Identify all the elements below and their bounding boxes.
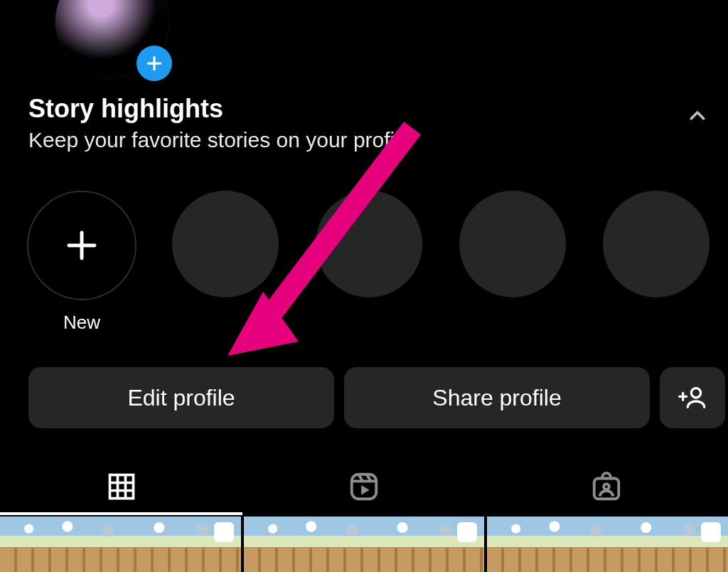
highlight-placeholder [459, 191, 566, 297]
svg-rect-1 [109, 475, 133, 499]
active-tab-indicator [0, 512, 242, 515]
chevron-up-icon [687, 105, 708, 127]
discover-people-button[interactable] [660, 367, 725, 428]
highlight-placeholder [603, 191, 710, 297]
edit-profile-button[interactable]: Edit profile [28, 367, 334, 428]
plus-icon [63, 226, 101, 265]
tab-tagged[interactable] [486, 461, 728, 512]
tagged-icon [590, 470, 623, 503]
highlights-subtitle: Keep your favorite stories on your profi… [28, 128, 412, 152]
post-thumbnail[interactable] [244, 517, 485, 572]
multi-photo-icon [701, 522, 721, 542]
highlights-title: Story highlights [28, 94, 223, 124]
highlight-placeholder [316, 191, 422, 297]
reels-icon [348, 470, 380, 503]
plus-icon [145, 54, 164, 73]
tab-reels[interactable] [242, 461, 485, 512]
post-thumbnail[interactable] [0, 517, 241, 572]
tab-grid[interactable] [0, 461, 242, 512]
share-profile-button[interactable]: Share profile [344, 367, 650, 428]
highlight-placeholder [172, 191, 279, 297]
highlight-new-label: New [63, 312, 100, 334]
svg-point-4 [604, 484, 609, 489]
grid-icon [106, 471, 137, 502]
avatar-container [55, 0, 169, 78]
multi-photo-icon [457, 522, 477, 542]
svg-point-0 [691, 388, 700, 398]
collapse-highlights[interactable] [687, 105, 708, 127]
posts-grid-row [0, 517, 728, 572]
highlights-row: New [28, 191, 710, 334]
add-story-badge[interactable] [136, 46, 172, 81]
multi-photo-icon [214, 522, 234, 542]
profile-action-row: Edit profile Share profile [28, 367, 728, 428]
add-user-icon [678, 383, 707, 412]
profile-tabs [0, 461, 728, 512]
highlight-new[interactable]: New [28, 191, 135, 334]
svg-rect-2 [352, 475, 377, 499]
post-thumbnail[interactable] [487, 517, 728, 572]
